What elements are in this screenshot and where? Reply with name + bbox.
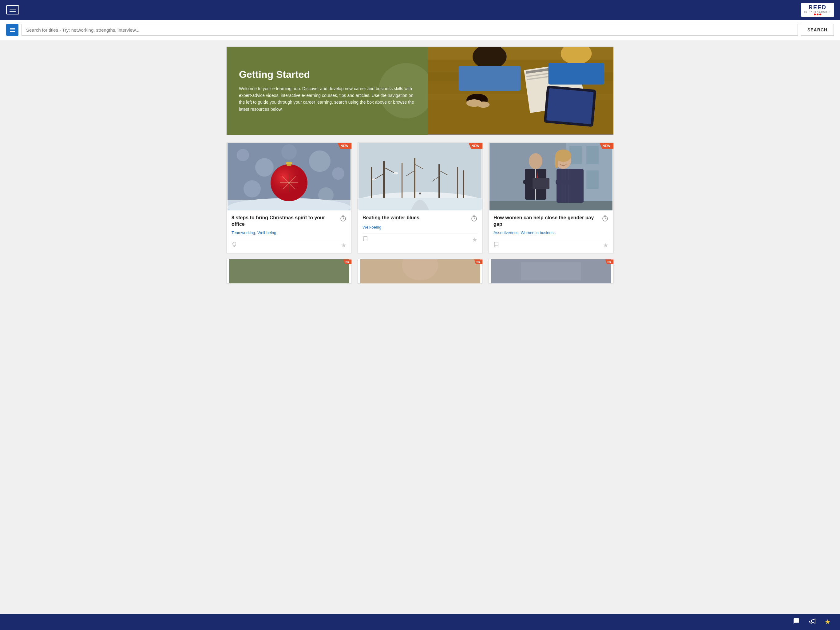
svg-rect-30	[227, 199, 351, 211]
card-winter-tags: Well-being	[363, 225, 477, 230]
hero-banner: Getting Started Welcome to your e-learni…	[226, 46, 614, 135]
hero-right-image	[428, 47, 613, 135]
card-christmas-title-text: 8 steps to bring Christmas spirit to you…	[232, 215, 337, 228]
svg-rect-69	[586, 146, 598, 164]
partial-card-1-svg	[227, 259, 351, 283]
favorite-star-winter[interactable]: ★	[472, 236, 477, 243]
book-icon-2	[494, 242, 499, 249]
card-gender-pay-title: How women can help close the gender pay …	[494, 215, 608, 228]
svg-rect-50	[371, 167, 372, 198]
svg-rect-84	[565, 169, 565, 203]
card-christmas-body: 8 steps to bring Christmas spirit to you…	[227, 211, 351, 253]
favorite-star-christmas[interactable]: ★	[341, 242, 346, 249]
tag-assertiveness[interactable]: Assertiveness,	[494, 230, 519, 235]
svg-rect-93	[229, 259, 349, 283]
card-christmas-title: 8 steps to bring Christmas spirit to you…	[232, 215, 346, 228]
svg-point-27	[243, 180, 261, 198]
lightbulb-icon	[232, 242, 237, 249]
bulb-icon-svg	[232, 242, 237, 247]
svg-point-25	[309, 150, 330, 172]
svg-rect-81	[556, 169, 584, 203]
svg-rect-77	[532, 178, 549, 189]
timer-icon-christmas	[340, 215, 346, 222]
svg-rect-46	[383, 161, 385, 198]
svg-rect-16	[459, 66, 521, 91]
card-christmas-image: NEW	[227, 143, 351, 211]
svg-rect-72	[489, 201, 613, 211]
card-christmas-footer: ★	[232, 239, 346, 249]
card-gender-pay-body: How women can help close the gender pay …	[489, 211, 613, 253]
megaphone-icon[interactable]	[808, 617, 816, 627]
card-gender-pay-title-text: How women can help close the gender pay …	[494, 215, 599, 228]
cards-grid: NEW	[226, 142, 614, 254]
logo-subtitle: IN PARTNERSHIP	[804, 11, 831, 13]
card-winter-body: Beating the winter blues Well-being	[358, 211, 482, 248]
hero-description: Welcome to your e-learning hub. Discover…	[239, 85, 415, 113]
svg-rect-52	[463, 171, 464, 198]
search-menu-icon-button[interactable]	[6, 24, 19, 36]
bottom-bar: ★	[0, 614, 840, 630]
hamburger-line	[9, 9, 16, 10]
logo-dot-3	[819, 14, 821, 15]
svg-rect-97	[521, 263, 581, 280]
logo-area: REED IN PARTNERSHIP	[801, 3, 834, 17]
logo-main: REED	[808, 4, 826, 11]
top-navigation: REED IN PARTNERSHIP	[0, 0, 840, 20]
chat-icon[interactable]	[793, 617, 800, 627]
svg-rect-80	[555, 156, 558, 168]
partial-card-2: NE	[357, 259, 483, 283]
svg-point-23	[255, 158, 274, 177]
tag-teamworking[interactable]: Teamworking,	[232, 230, 256, 235]
chat-bubble-svg	[793, 617, 800, 625]
hamburger-line	[9, 11, 16, 12]
svg-point-24	[281, 144, 297, 160]
partial-cards-row: NE NE NE	[226, 259, 614, 283]
svg-point-59	[393, 172, 398, 174]
svg-rect-18	[548, 63, 604, 84]
favorites-star-icon[interactable]: ★	[825, 618, 831, 626]
svg-rect-68	[569, 146, 582, 164]
main-content: Getting Started Welcome to your e-learni…	[220, 40, 620, 290]
svg-rect-12	[546, 88, 594, 124]
favorite-star-gender-pay[interactable]: ★	[603, 242, 608, 249]
svg-rect-48	[439, 164, 440, 198]
svg-rect-83	[562, 169, 562, 203]
book-icon-2-svg	[494, 242, 499, 247]
card-christmas: NEW	[226, 142, 352, 254]
winter-image-svg	[358, 143, 482, 211]
svg-rect-85	[568, 169, 568, 203]
svg-rect-47	[414, 158, 415, 198]
card-winter-title-text: Beating the winter blues	[363, 215, 468, 221]
svg-point-22	[237, 149, 249, 161]
logo-dot-2	[816, 14, 818, 15]
svg-rect-49	[457, 167, 458, 198]
timer-icon-winter	[471, 215, 477, 222]
svg-point-61	[419, 193, 421, 195]
svg-point-60	[372, 179, 376, 180]
card-winter-title: Beating the winter blues	[363, 215, 477, 222]
gender-pay-image-svg	[489, 143, 613, 211]
card-gender-pay: NEW	[488, 142, 614, 254]
card-christmas-tags: Teamworking, Well-being	[232, 230, 346, 235]
svg-rect-51	[401, 163, 403, 198]
svg-point-20	[477, 101, 489, 108]
tag-women-in-business[interactable]: Women in business	[521, 230, 556, 235]
search-input[interactable]	[22, 24, 798, 36]
search-button[interactable]: SEARCH	[801, 24, 834, 36]
svg-point-26	[332, 167, 344, 180]
timer-icon-gender-pay	[602, 215, 608, 222]
megaphone-svg	[808, 617, 816, 625]
partial-card-3-svg	[489, 259, 613, 283]
svg-rect-2	[10, 31, 15, 32]
hero-title: Getting Started	[239, 69, 415, 80]
logo-dot-1	[814, 14, 816, 15]
card-winter-footer: ★	[363, 233, 477, 243]
svg-rect-82	[559, 169, 559, 203]
card-gender-pay-image: NEW	[489, 143, 613, 211]
partial-card-3: NE	[488, 259, 614, 283]
tag-wellbeing-2[interactable]: Well-being	[363, 225, 381, 230]
tag-wellbeing-1[interactable]: Well-being	[257, 230, 276, 235]
hamburger-menu-button[interactable]	[6, 5, 19, 14]
book-icon	[363, 236, 368, 243]
svg-rect-0	[10, 28, 15, 28]
